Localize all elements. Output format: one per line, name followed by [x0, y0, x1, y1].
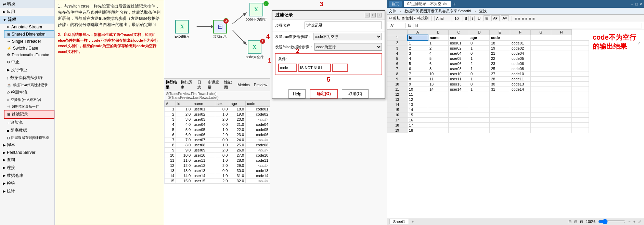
col-header-G[interactable]: G — [531, 30, 551, 35]
align-bot[interactable]: ≡ — [532, 16, 534, 21]
col-header-id: id — [176, 101, 192, 107]
sidebar-item-transformation-executor[interactable]: ⚙ Transformation Executor — [4, 52, 54, 58]
align-mid[interactable]: ≡ — [529, 16, 531, 21]
flow-node-code-null[interactable]: ✗ X code为空行 — [246, 40, 263, 59]
align-top[interactable]: ≡ — [525, 16, 527, 21]
metrics-tab[interactable]: Metrics — [236, 82, 251, 87]
sidebar-item-detect-empty[interactable]: ◇ 检测空流 — [4, 89, 54, 96]
view-icon-page[interactable]: ⊟ — [574, 220, 577, 224]
dialog-maximize-btn[interactable]: □ — [371, 13, 376, 17]
sidebar-category-pentaho[interactable]: ▶ Pentaho Server — [0, 149, 54, 156]
col-header-C[interactable]: C — [449, 30, 469, 35]
send-true-select[interactable]: code不为空行 code为空行 — [313, 33, 382, 40]
results-table-container[interactable]: # id name sex age code 11.0user010.018.0… — [164, 101, 270, 225]
step-measure-tab[interactable]: 步骤度量 — [206, 79, 221, 90]
excel-minimize-btn[interactable]: − — [631, 2, 633, 6]
sidebar-category-convert[interactable]: ⇄ 转换 — [0, 0, 54, 8]
col-header-D[interactable]: D — [469, 30, 490, 35]
clipboard-label: ✂ 剪切 — [389, 16, 400, 21]
sidebar-item-null-op[interactable]: ○ 空操作 (什么也不做) — [4, 96, 54, 103]
zoom-slider[interactable] — [598, 219, 626, 224]
font-size[interactable]: 10 — [453, 16, 461, 21]
font-underline[interactable]: U — [476, 16, 482, 21]
sidebar-item-java-filter[interactable]: ☕ 根据Java代码过滤记录 — [4, 82, 54, 89]
ok-button[interactable]: 确定(O) — [310, 89, 337, 98]
ribbon-tab-data[interactable]: 数据审阅视图开发工具会员专享 Smartbi — [404, 9, 471, 14]
border-btn[interactable]: ⊞ — [484, 15, 490, 21]
sidebar-item-identify-last[interactable]: ⊣ 识别流的最后一行 — [4, 103, 54, 110]
col-header-F[interactable]: F — [510, 30, 531, 35]
help-button[interactable]: Help — [288, 89, 306, 98]
sidebar-item-priority-sort[interactable]: ↕ 数据流优先级排序 — [4, 74, 54, 82]
font-color[interactable]: A▾ — [501, 15, 509, 21]
results-panel: 执行结果 执行历史 日志 步骤度量 性能图 Metrics Preview ${… — [164, 79, 270, 225]
sidebar-category-verify[interactable]: ▶ 检验 — [0, 180, 54, 187]
sidebar-item-filter-records[interactable]: ⊟ 过滤记录 — [4, 110, 54, 119]
cond-field-input[interactable] — [278, 64, 297, 72]
fill-color[interactable]: A▾ — [491, 15, 499, 21]
align-right[interactable]: ≡ — [522, 16, 524, 21]
send-false-select[interactable]: code为空行 code不为空行 — [314, 43, 382, 51]
excel-close-btn[interactable]: × — [640, 2, 642, 6]
cell-ref-box[interactable] — [389, 23, 406, 28]
sidebar-category-query[interactable]: ▶ 查询 — [0, 156, 54, 164]
zoom-plus[interactable]: + — [633, 220, 635, 224]
sidebar-item-block-until-done[interactable]: ⊡ 阻塞数据直到步骤都完成 — [4, 134, 54, 141]
font-bold[interactable]: B — [463, 16, 469, 21]
sidebar-category-connect[interactable]: ▶ 连接 — [0, 164, 54, 172]
font-name[interactable]: Arial — [434, 16, 451, 21]
dialog-close-btn[interactable]: × — [377, 13, 382, 17]
sidebar-item-shared-dimension[interactable]: ⊞ Shared Dimension — [4, 30, 54, 38]
col-header-B[interactable]: B — [428, 30, 449, 35]
sidebar-item-annotate-stream[interactable]: ✏ Annotate Stream — [4, 24, 54, 30]
code-notnull-badge: ✓ — [263, 1, 269, 6]
link-icon[interactable]: ↗ — [637, 41, 641, 45]
excel-tab-active[interactable]: 02过滤记录…不为空.xls — [404, 1, 451, 7]
flow-node-code-not-null[interactable]: ✓ X code不为空行 — [246, 3, 267, 22]
excel-home-btn[interactable]: 首页 — [389, 1, 402, 7]
sidebar-category-warehouse[interactable]: ▶ 数据仓库 — [0, 172, 54, 180]
align-center[interactable]: ≡ — [518, 16, 520, 21]
step-name-input[interactable] — [305, 22, 382, 29]
col-header-A[interactable]: A — [408, 30, 428, 35]
view-icon-normal[interactable]: ⊞ — [568, 220, 571, 224]
view-icon-preview[interactable]: ⊡ — [580, 220, 583, 224]
flow-node-excel-input[interactable]: X Excel输入 — [175, 20, 190, 39]
flow-node-filter-record[interactable]: ⊟ ✓ ✗ 过滤记录 — [213, 20, 227, 39]
excel-data-row: 1716 — [387, 118, 589, 123]
perf-chart-tab[interactable]: 性能图 — [223, 79, 235, 90]
dialog-minimize-btn[interactable]: − — [365, 13, 370, 17]
cond-val-input[interactable] — [332, 64, 348, 72]
cancel-button[interactable]: 取消(C) — [342, 89, 369, 98]
log-tab[interactable]: 日志 — [196, 79, 205, 90]
excel-new-tab-btn[interactable]: + — [453, 1, 456, 7]
zoom-minus[interactable]: − — [628, 220, 630, 224]
preview-tab[interactable]: Preview — [253, 82, 269, 87]
sidebar-item-run-job[interactable]: ▶ 执行作业 — [4, 66, 54, 74]
sheet1-tab[interactable]: Sheet1 — [389, 219, 409, 224]
excel-restore-btn[interactable]: □ — [635, 2, 638, 6]
svg-line-1 — [232, 13, 246, 24]
ribbon-tab-file[interactable]: 文件 — [389, 9, 396, 14]
excel-grid-container[interactable]: A B C D E F G H 1idnamesexagecode211user… — [387, 29, 589, 218]
sidebar-item-single-threader[interactable]: → Single Threader — [4, 38, 54, 45]
exec-history-tab[interactable]: 执行历史 — [179, 79, 194, 90]
formula-input[interactable] — [413, 23, 642, 28]
sidebar-category-app[interactable]: ▶ 应用 — [0, 8, 54, 16]
sidebar-item-abort[interactable]: ⊘ 中止 — [4, 58, 54, 66]
cond-op-input[interactable] — [298, 64, 331, 72]
ribbon-tab-search[interactable]: 查找 — [479, 9, 487, 14]
sidebar-category-flow[interactable]: ▼ 流程 — [0, 16, 54, 24]
sidebar-item-append-stream[interactable]: + 追加流 — [4, 119, 54, 127]
col-header-E[interactable]: E — [490, 30, 510, 35]
align-left[interactable]: ≡ — [515, 16, 517, 21]
font-italic[interactable]: I — [470, 16, 475, 21]
col-header-H[interactable]: H — [551, 30, 572, 35]
sidebar-category-script[interactable]: ▶ 脚本 — [0, 141, 54, 149]
fullscreen-btn[interactable]: ⤢ — [638, 220, 641, 224]
sidebar-category-stats[interactable]: ▶ 统计 — [0, 187, 54, 195]
add-sheet-btn[interactable]: + — [412, 220, 414, 224]
sidebar-item-block-data[interactable]: ■ 阻塞数据 — [4, 127, 54, 134]
excel-data-row: 656user06223code06 — [387, 61, 589, 66]
sidebar-item-switch-case[interactable]: ⚡ Switch / Case — [4, 45, 54, 52]
